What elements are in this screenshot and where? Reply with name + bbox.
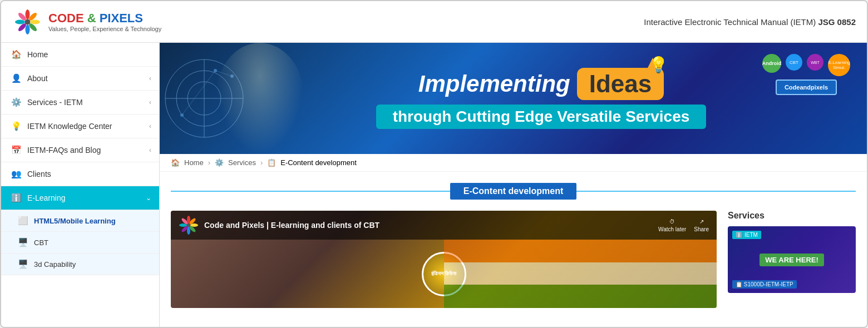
banner-glow: [215, 43, 304, 154]
econtent-breadcrumb-icon: 📋: [267, 158, 276, 167]
sidebar-home-label: Home: [27, 50, 48, 59]
s1000d-label-text: S1000D-IETM-IETP: [744, 281, 793, 287]
services-sidebar-section: Services ℹ️ IETM WE ARE HERE! 📋: [728, 211, 856, 308]
sidebar-item-e-learning[interactable]: ℹ️ E-Learning ⌄: [1, 186, 159, 210]
banner-content: Implementing Ideas 💡 through Cutting Edg…: [376, 68, 707, 129]
we-are-here-badge: WE ARE HERE!: [760, 254, 824, 266]
video-title: Code and Pixels | E-learning and clients…: [204, 221, 653, 230]
banner-line1: Implementing Ideas 💡: [418, 68, 664, 100]
we-are-here-container: WE ARE HERE!: [760, 254, 824, 266]
breadcrumb-services[interactable]: Services: [228, 158, 256, 167]
laptop-box: Codeandpixels: [776, 79, 837, 95]
e-learning-icon: ℹ️: [11, 193, 22, 203]
s1000d-label: 📋 S1000D-IETM-IETP: [732, 280, 797, 289]
faqs-chevron: ‹: [149, 146, 151, 154]
sidebar-item-home[interactable]: 🏠 Home: [1, 43, 159, 67]
main-content: Implementing Ideas 💡 through Cutting Edg…: [160, 43, 867, 327]
title-line-right: [576, 191, 856, 192]
bulb-icon: 💡: [649, 56, 668, 74]
tech-bubbles: Android CBT WBT E-Learning Simul.: [762, 54, 850, 76]
video-thumbnail[interactable]: Code and Pixels | E-learning and clients…: [171, 211, 717, 308]
breadcrumb-home[interactable]: Home: [184, 158, 204, 167]
section-title-badge: E-Content development: [450, 183, 577, 200]
sidebar-sub-3d[interactable]: 🖥️ 3d Capability: [1, 254, 159, 275]
services-icon: ⚙️: [11, 97, 22, 107]
share-icon: ↗: [699, 218, 704, 225]
e-learning-bubble: E-Learning Simul.: [828, 54, 850, 76]
ietm-label: ℹ️ IETM: [732, 231, 761, 239]
share-label: Share: [694, 226, 709, 232]
share-action[interactable]: ↗ Share: [694, 218, 709, 232]
logo-icon: [12, 7, 43, 37]
svg-point-3: [30, 19, 40, 24]
clients-icon: 👥: [11, 169, 22, 179]
android-bubble: Android: [762, 54, 781, 73]
about-chevron: ‹: [149, 74, 151, 82]
logo-area: CODE & PIXELS Values, People, Experience…: [12, 7, 161, 37]
sidebar-item-faqs-blog[interactable]: 📅 IETM-FAQs and Blog ‹: [1, 138, 159, 162]
header-tagline-bold: JSG 0852: [818, 17, 856, 27]
watch-later-action[interactable]: ⏱ Watch later: [658, 218, 686, 232]
sidebar-item-clients[interactable]: 👥 Clients: [1, 162, 159, 186]
banner-line2: through Cutting Edge Versatile Services: [376, 105, 707, 129]
e-learning-chevron: ⌄: [146, 194, 151, 202]
breadcrumb-current: E-Content development: [280, 158, 357, 167]
logo-title: CODE & PIXELS: [48, 11, 161, 26]
breadcrumb-sep1: ›: [208, 158, 210, 167]
banner-implementing: Implementing: [418, 71, 570, 97]
html5-icon: ⬜: [18, 216, 28, 226]
sidebar-knowledge-label: IETM Knowledge Center: [27, 122, 112, 131]
cbt-bubble: CBT: [786, 54, 802, 71]
home-breadcrumb-icon: 🏠: [171, 158, 180, 167]
video-logo-icon: [179, 215, 199, 235]
title-line-left: [171, 191, 450, 192]
video-body: इंडियन डिफेंस: [171, 240, 717, 308]
header-tagline-text: Interactive Electronic Technical Manual …: [644, 17, 816, 27]
video-top-bar: Code and Pixels | E-learning and clients…: [171, 211, 717, 240]
sidebar-item-services-ietm[interactable]: ⚙️ Services - IETM ‹: [1, 91, 159, 115]
body-area: 🏠 Home 👤 About ‹ ⚙️ Services - IETM ‹ 💡 …: [1, 43, 867, 327]
wbt-bubble: WBT: [807, 54, 823, 71]
sidebar-sub-cbt[interactable]: 🖥️ CBT: [1, 232, 159, 254]
knowledge-chevron: ‹: [149, 122, 151, 130]
banner-right: Android CBT WBT E-Learning Simul. Codean…: [762, 54, 850, 95]
video-section: Code and Pixels | E-learning and clients…: [171, 211, 717, 308]
sidebar-item-knowledge-center[interactable]: 💡 IETM Knowledge Center ‹: [1, 115, 159, 138]
cbt-icon: 🖥️: [18, 237, 28, 247]
sidebar-sub-html5[interactable]: ⬜ HTML5/Mobile Learning: [1, 210, 159, 232]
logo-subtitle: Values, People, Experience & Technology: [48, 26, 161, 32]
sidebar-item-about[interactable]: 👤 About ‹: [1, 67, 159, 91]
sidebar-clients-label: Clients: [27, 170, 51, 178]
logo-code: CODE: [48, 11, 84, 25]
video-actions: ⏱ Watch later ↗ Share: [658, 218, 709, 232]
services-chevron: ‹: [149, 98, 151, 106]
logo-text-block: CODE & PIXELS Values, People, Experience…: [48, 11, 161, 32]
knowledge-icon: 💡: [11, 121, 22, 131]
header-tagline: Interactive Electronic Technical Manual …: [644, 17, 856, 27]
sidebar-sub-cbt-label: CBT: [34, 238, 48, 247]
sidebar-faqs-label: IETM-FAQs and Blog: [27, 146, 101, 155]
sidebar-sub-html5-label: HTML5/Mobile Learning: [34, 217, 116, 225]
svg-point-5: [26, 24, 30, 34]
breadcrumb-sep2: ›: [260, 158, 263, 167]
services-sidebar-title: Services: [728, 211, 856, 221]
ietm-label-text: IETM: [744, 232, 758, 238]
two-col-layout: Code and Pixels | E-learning and clients…: [171, 211, 856, 308]
ietm-info-icon: ℹ️: [736, 232, 742, 238]
section-title-bar: E-Content development: [171, 183, 856, 200]
sidebar-about-label: About: [27, 74, 48, 83]
banner-ideas-box: Ideas 💡: [577, 68, 664, 100]
3d-icon: 🖥️: [18, 259, 28, 269]
sidebar-sub-3d-label: 3d Capability: [34, 260, 76, 269]
svg-line-18: [182, 71, 215, 115]
breadcrumb: 🏠 Home › ⚙️ Services › 📋 E-Content devel…: [160, 154, 867, 172]
sidebar-e-learning-label: E-Learning: [27, 193, 66, 202]
services-breadcrumb-icon: ⚙️: [215, 158, 224, 167]
banner-subtitle: through Cutting Edge Versatile Services: [393, 108, 690, 125]
svg-point-1: [26, 9, 30, 19]
watch-later-label: Watch later: [658, 226, 686, 232]
s1000d-icon: 📋: [736, 281, 742, 287]
header: CODE & PIXELS Values, People, Experience…: [1, 1, 867, 43]
logo-amp: &: [87, 11, 100, 25]
services-video-thumb[interactable]: ℹ️ IETM WE ARE HERE! 📋 S1000D-IETM-IETP: [728, 226, 856, 293]
